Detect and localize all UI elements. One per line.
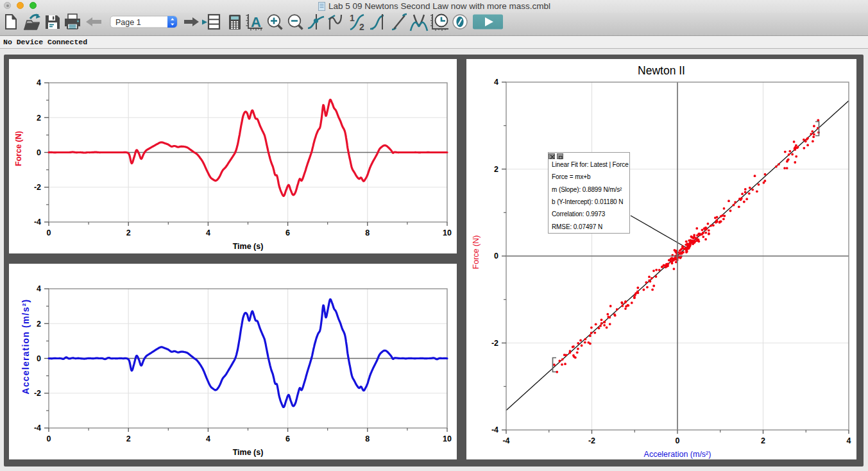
svg-text:-4: -4: [491, 425, 498, 434]
svg-text:A: A: [251, 14, 261, 30]
svg-text:0: 0: [37, 354, 41, 363]
svg-text:2: 2: [126, 228, 131, 237]
svg-text:2: 2: [761, 436, 765, 445]
svg-text:8: 8: [365, 434, 370, 443]
svg-text:-2: -2: [34, 183, 41, 192]
svg-text:10: 10: [443, 228, 452, 237]
svg-text:4: 4: [37, 284, 41, 293]
svg-text:4: 4: [206, 434, 210, 443]
svg-text:8: 8: [365, 228, 370, 237]
svg-text:0: 0: [47, 228, 51, 237]
svg-text:2: 2: [494, 165, 498, 174]
svg-text:1: 1: [350, 13, 355, 23]
svg-text:Force (N): Force (N): [472, 236, 481, 270]
svg-text:Force (N): Force (N): [14, 131, 23, 166]
svg-text:2: 2: [126, 434, 131, 443]
svg-text:2: 2: [359, 22, 364, 32]
svg-text:0: 0: [37, 148, 41, 157]
svg-text:4: 4: [206, 228, 210, 237]
svg-text:-2: -2: [34, 389, 41, 398]
svg-text:-4: -4: [34, 424, 41, 432]
svg-text:6: 6: [285, 434, 290, 443]
svg-text:0: 0: [494, 252, 498, 261]
svg-text:10: 10: [443, 434, 452, 443]
svg-text:Newton II: Newton II: [638, 64, 685, 77]
svg-text:4: 4: [847, 436, 851, 445]
svg-text:4: 4: [494, 78, 498, 87]
svg-text:2: 2: [37, 114, 41, 123]
svg-text:Time (s): Time (s): [233, 448, 264, 457]
svg-text:0: 0: [47, 434, 51, 443]
svg-text:Acceleration (m/s²): Acceleration (m/s²): [644, 450, 711, 459]
svg-text:2: 2: [37, 320, 41, 329]
svg-text:6: 6: [285, 228, 290, 237]
svg-text:Page 1: Page 1: [115, 18, 141, 27]
svg-text:-2: -2: [588, 436, 595, 445]
svg-text:Time (s): Time (s): [233, 242, 264, 251]
svg-text:4: 4: [37, 78, 41, 87]
svg-text:-4: -4: [34, 218, 41, 227]
svg-text:Acceleration (m/s²): Acceleration (m/s²): [21, 299, 31, 395]
svg-text:-2: -2: [491, 339, 498, 348]
svg-text:0: 0: [676, 436, 680, 445]
svg-text:-4: -4: [502, 436, 509, 445]
